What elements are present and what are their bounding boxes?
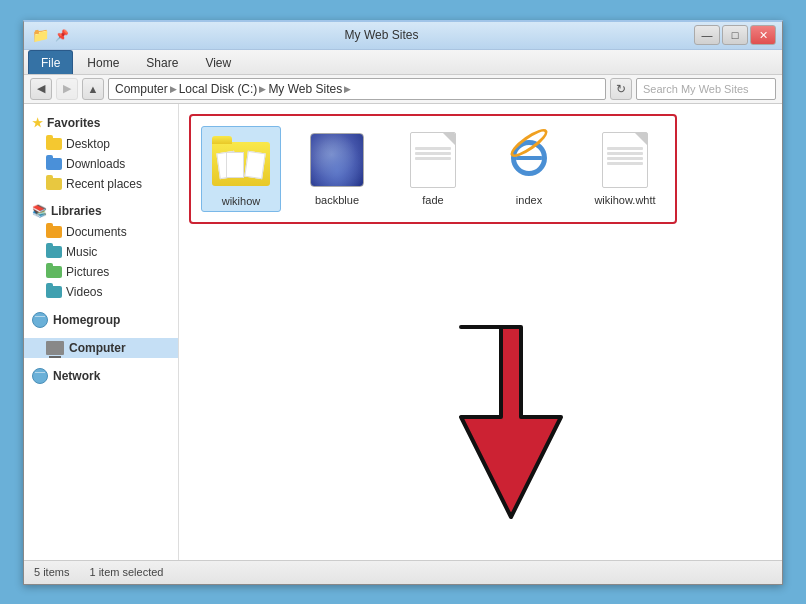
- path-mywebsites[interactable]: My Web Sites: [268, 82, 342, 96]
- maximize-button[interactable]: □: [722, 25, 748, 45]
- svg-marker-0: [461, 327, 561, 517]
- music-folder-icon: [46, 246, 62, 258]
- status-bar: 5 items 1 item selected: [24, 560, 782, 584]
- sidebar-item-documents[interactable]: Documents: [24, 222, 178, 242]
- network-icon: [32, 368, 48, 384]
- videos-label: Videos: [66, 285, 102, 299]
- sidebar-item-recent[interactable]: Recent places: [24, 174, 178, 194]
- sidebar-item-downloads[interactable]: Downloads: [24, 154, 178, 174]
- wikihow-file-name: wikihow: [222, 195, 261, 207]
- music-label: Music: [66, 245, 97, 259]
- tab-share[interactable]: Share: [133, 50, 191, 74]
- downloads-folder-icon: [46, 158, 62, 170]
- file-item-wikihow[interactable]: wikihow: [201, 126, 281, 212]
- downloads-label: Downloads: [66, 157, 125, 171]
- sidebar-item-videos[interactable]: Videos: [24, 282, 178, 302]
- sidebar-header-favorites[interactable]: ★ Favorites: [24, 112, 178, 134]
- desktop-label: Desktop: [66, 137, 110, 151]
- tab-view[interactable]: View: [192, 50, 244, 74]
- selected-count: 1 item selected: [89, 566, 163, 578]
- refresh-button[interactable]: ↻: [610, 78, 632, 100]
- documents-label: Documents: [66, 225, 127, 239]
- window-title: My Web Sites: [69, 28, 694, 42]
- title-bar-controls: — □ ✕: [694, 25, 776, 45]
- wikihow-whtt-file-icon: [595, 130, 655, 190]
- sidebar-header-libraries[interactable]: 📚 Libraries: [24, 200, 178, 222]
- desktop-folder-icon: [46, 138, 62, 150]
- path-computer[interactable]: Computer: [115, 82, 168, 96]
- back-button[interactable]: ◀: [30, 78, 52, 100]
- sidebar-item-music[interactable]: Music: [24, 242, 178, 262]
- favorites-label: Favorites: [47, 116, 100, 130]
- libraries-label: Libraries: [51, 204, 102, 218]
- sidebar-header-network[interactable]: Network: [24, 364, 178, 388]
- index-file-icon: [499, 130, 559, 190]
- recent-folder-icon: [46, 178, 62, 190]
- sidebar: ★ Favorites Desktop Downloads Recent pla…: [24, 104, 179, 560]
- star-icon: ★: [32, 116, 43, 130]
- sidebar-section-network: Network: [24, 364, 178, 388]
- quick-access-pin[interactable]: 📌: [55, 29, 69, 42]
- tab-home[interactable]: Home: [74, 50, 132, 74]
- ribbon-tabs: File Home Share View: [24, 50, 782, 74]
- computer-icon: [46, 341, 64, 355]
- address-bar: ◀ ▶ ▲ Computer ▶ Local Disk (C:) ▶ My We…: [24, 75, 782, 104]
- files-container: wikihow backblue: [189, 114, 677, 224]
- fade-file-name: fade: [422, 194, 443, 206]
- path-localdisk[interactable]: Local Disk (C:): [179, 82, 258, 96]
- network-label: Network: [53, 369, 100, 383]
- backblue-file-icon: [307, 130, 367, 190]
- sidebar-item-desktop[interactable]: Desktop: [24, 134, 178, 154]
- close-button[interactable]: ✕: [750, 25, 776, 45]
- backblue-file-name: backblue: [315, 194, 359, 206]
- forward-button[interactable]: ▶: [56, 78, 78, 100]
- wikihow-whtt-file-name: wikihow.whtt: [594, 194, 655, 206]
- fade-file-icon: [403, 130, 463, 190]
- file-item-backblue[interactable]: backblue: [297, 126, 377, 210]
- sidebar-section-computer: Computer: [24, 338, 178, 358]
- sidebar-section-homegroup: Homegroup: [24, 308, 178, 332]
- recent-label: Recent places: [66, 177, 142, 191]
- libraries-icon: 📚: [32, 204, 47, 218]
- tab-file[interactable]: File: [28, 50, 73, 74]
- file-item-fade[interactable]: fade: [393, 126, 473, 210]
- main-window: 📁 📌 My Web Sites — □ ✕ File Home Share V…: [23, 20, 783, 585]
- index-file-name: index: [516, 194, 542, 206]
- search-box[interactable]: Search My Web Sites: [636, 78, 776, 100]
- file-item-wikihow-whtt[interactable]: wikihow.whtt: [585, 126, 665, 210]
- title-bar: 📁 📌 My Web Sites — □ ✕: [24, 22, 782, 50]
- item-count: 5 items: [34, 566, 69, 578]
- file-item-index[interactable]: index: [489, 126, 569, 210]
- pictures-folder-icon: [46, 266, 62, 278]
- sidebar-header-computer[interactable]: Computer: [24, 338, 178, 358]
- ribbon: File Home Share View: [24, 50, 782, 75]
- computer-label: Computer: [69, 341, 126, 355]
- pictures-label: Pictures: [66, 265, 109, 279]
- address-path[interactable]: Computer ▶ Local Disk (C:) ▶ My Web Site…: [108, 78, 606, 100]
- sidebar-section-favorites: ★ Favorites Desktop Downloads Recent pla…: [24, 112, 178, 194]
- file-area: wikihow backblue: [179, 104, 782, 560]
- up-button[interactable]: ▲: [82, 78, 104, 100]
- window-icon: 📁: [32, 27, 49, 43]
- sidebar-item-pictures[interactable]: Pictures: [24, 262, 178, 282]
- homegroup-icon: [32, 312, 48, 328]
- red-arrow-annotation: [431, 317, 591, 530]
- homegroup-label: Homegroup: [53, 313, 120, 327]
- sidebar-header-homegroup[interactable]: Homegroup: [24, 308, 178, 332]
- wikihow-folder-icon: [211, 131, 271, 191]
- documents-folder-icon: [46, 226, 62, 238]
- videos-folder-icon: [46, 286, 62, 298]
- minimize-button[interactable]: —: [694, 25, 720, 45]
- sidebar-section-libraries: 📚 Libraries Documents Music Pictures: [24, 200, 178, 302]
- title-bar-left: 📁 📌: [32, 27, 69, 43]
- search-placeholder: Search My Web Sites: [643, 83, 749, 95]
- main-content: ★ Favorites Desktop Downloads Recent pla…: [24, 104, 782, 560]
